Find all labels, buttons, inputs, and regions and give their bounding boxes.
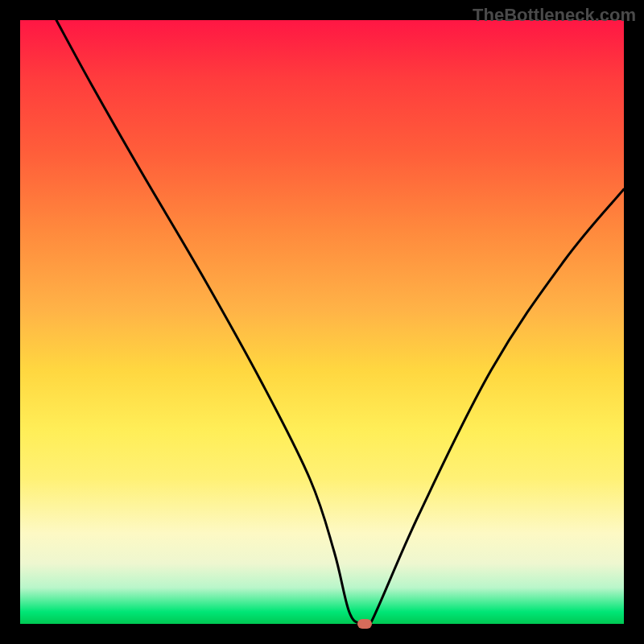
watermark-text: TheBottleneck.com — [473, 5, 636, 26]
plot-area — [20, 20, 624, 624]
bottleneck-curve — [20, 20, 624, 624]
optimal-point-marker — [357, 619, 372, 629]
